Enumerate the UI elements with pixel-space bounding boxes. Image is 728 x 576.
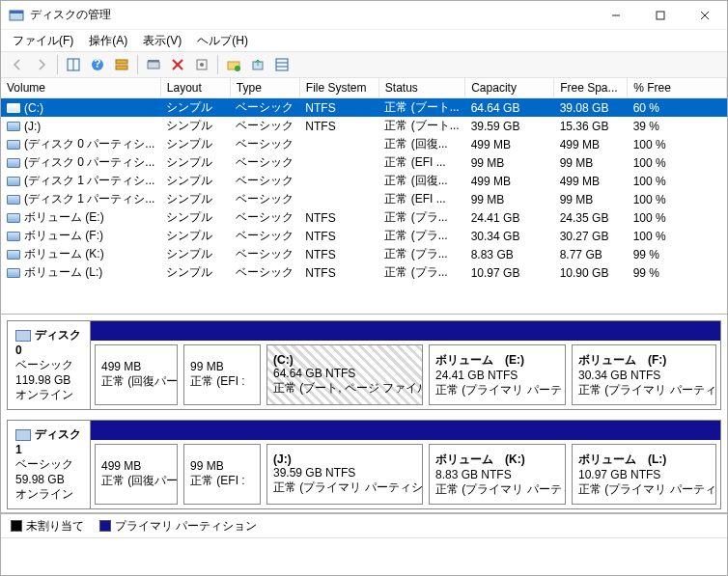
disk-row[interactable]: ディスク 1ベーシック59.98 GBオンライン499 MB正常 (回復パー99… <box>7 420 721 509</box>
volume-icon <box>7 103 20 113</box>
back-button[interactable] <box>7 54 28 75</box>
svg-text:?: ? <box>94 58 100 70</box>
svg-rect-11 <box>116 66 127 69</box>
col-capacity[interactable]: Capacity <box>465 78 554 98</box>
toolbar-separator <box>137 55 138 74</box>
volume-row[interactable]: ボリューム (F:)シンプルベーシックNTFS正常 (プラ...30.34 GB… <box>1 227 727 245</box>
col-type[interactable]: Type <box>230 78 299 98</box>
col-layout[interactable]: Layout <box>160 78 230 98</box>
col-volume[interactable]: Volume <box>1 78 160 98</box>
svg-rect-3 <box>657 12 664 19</box>
disk-icon <box>15 330 31 342</box>
minimize-button[interactable] <box>594 2 638 29</box>
volume-icon <box>7 122 20 131</box>
window-title: ディスクの管理 <box>30 7 594 23</box>
disk-row[interactable]: ディスク 0ベーシック119.98 GBオンライン499 MB正常 (回復パー9… <box>7 320 721 410</box>
partition-box[interactable]: ボリューム (K:)8.83 GB NTFS正常 (プライマリ パーティシ <box>429 444 566 505</box>
export-button[interactable] <box>247 54 268 75</box>
volume-row[interactable]: ボリューム (K:)シンプルベーシックNTFS正常 (プラ...8.83 GB8… <box>1 245 727 263</box>
close-button[interactable] <box>683 2 727 29</box>
volume-row[interactable]: (ディスク 0 パーティシ...シンプルベーシック正常 (回復...499 MB… <box>1 135 727 153</box>
volume-row[interactable]: (ディスク 1 パーティシ...シンプルベーシック正常 (EFI ...99 M… <box>1 190 727 208</box>
col-status[interactable]: Status <box>378 78 464 98</box>
legend-primary: プライマリ パーティション <box>99 518 257 535</box>
svg-point-19 <box>235 66 240 71</box>
partition-box[interactable]: 99 MB正常 (EFI : <box>183 344 261 405</box>
app-icon <box>9 8 24 23</box>
legend-bar: 未割り当て プライマリ パーティション <box>1 512 727 537</box>
menu-file[interactable]: ファイル(F) <box>7 31 79 51</box>
volume-row[interactable]: (ディスク 0 パーティシ...シンプルベーシック正常 (EFI ...99 M… <box>1 153 727 172</box>
svg-point-17 <box>200 63 204 67</box>
menu-view[interactable]: 表示(V) <box>137 31 187 51</box>
volume-icon <box>7 140 20 150</box>
partition-box[interactable]: 499 MB正常 (回復パー <box>95 444 178 505</box>
volume-icon <box>7 177 20 186</box>
disk-allocation-bar <box>91 321 720 341</box>
volume-row[interactable]: ボリューム (E:)シンプルベーシックNTFS正常 (プラ...24.41 GB… <box>1 208 727 227</box>
delete-button[interactable] <box>167 54 188 75</box>
menu-help[interactable]: ヘルプ(H) <box>191 31 254 51</box>
disk-graphical-pane[interactable]: ディスク 0ベーシック119.98 GBオンライン499 MB正常 (回復パー9… <box>1 315 727 512</box>
volume-row[interactable]: (ディスク 1 パーティシ...シンプルベーシック正常 (回復...499 MB… <box>1 172 727 190</box>
view-list-button[interactable] <box>63 54 84 75</box>
svg-rect-21 <box>276 59 288 70</box>
disk-icon <box>15 429 31 441</box>
col-freespace[interactable]: Free Spa... <box>554 78 628 98</box>
volume-icon <box>7 195 20 205</box>
help-button[interactable]: ? <box>87 54 108 75</box>
disk-header[interactable]: ディスク 0ベーシック119.98 GBオンライン <box>8 321 91 409</box>
col-filesystem[interactable]: File System <box>299 78 378 98</box>
title-bar: ディスクの管理 <box>1 1 727 30</box>
toolbar-separator <box>57 55 58 74</box>
volume-icon <box>7 213 20 223</box>
volume-icon <box>7 158 20 168</box>
disk-header[interactable]: ディスク 1ベーシック59.98 GBオンライン <box>8 421 91 508</box>
volume-icon <box>7 250 20 260</box>
list-view-button[interactable] <box>271 54 293 75</box>
col-pctfree[interactable]: % Free <box>628 78 727 98</box>
partition-box[interactable]: 99 MB正常 (EFI : <box>183 444 261 505</box>
volume-row[interactable]: (J:)シンプルベーシックNTFS正常 (ブート...39.59 GB15.36… <box>1 117 727 135</box>
svg-rect-1 <box>10 11 23 14</box>
disk-allocation-bar <box>91 421 720 440</box>
volume-list-pane[interactable]: Volume Layout Type File System Status Ca… <box>1 78 727 315</box>
status-bar <box>1 537 727 574</box>
volume-table[interactable]: Volume Layout Type File System Status Ca… <box>1 78 727 282</box>
settings-button[interactable] <box>191 54 212 75</box>
forward-button[interactable] <box>31 54 52 75</box>
new-folder-button[interactable] <box>223 54 244 75</box>
menu-action[interactable]: 操作(A) <box>83 31 133 51</box>
partition-box[interactable]: ボリューム (E:)24.41 GB NTFS正常 (プライマリ パーティション <box>429 344 566 405</box>
properties-button[interactable] <box>143 54 164 75</box>
volume-row[interactable]: ボリューム (L:)シンプルベーシックNTFS正常 (プラ...10.97 GB… <box>1 263 727 282</box>
svg-rect-10 <box>116 60 127 64</box>
volume-icon <box>7 232 20 241</box>
volume-row[interactable]: (C:)シンプルベーシックNTFS正常 (ブート...64.64 GB39.08… <box>1 98 727 118</box>
menu-bar: ファイル(F) 操作(A) 表示(V) ヘルプ(H) <box>1 30 727 51</box>
legend-unallocated: 未割り当て <box>11 518 84 535</box>
maximize-button[interactable] <box>638 2 683 29</box>
svg-rect-12 <box>148 62 159 69</box>
partition-box[interactable]: ボリューム (F:)30.34 GB NTFS正常 (プライマリ パーティション… <box>572 344 716 405</box>
volume-icon <box>7 268 20 278</box>
partition-box[interactable]: (C:)64.64 GB NTFS正常 (ブート, ページ ファイル, クラ <box>266 344 423 405</box>
view-graphical-button[interactable] <box>111 54 132 75</box>
svg-rect-13 <box>148 60 159 62</box>
partition-box[interactable]: ボリューム (L:)10.97 GB NTFS正常 (プライマリ パーティシ <box>572 444 716 505</box>
toolbar: ? <box>1 51 727 78</box>
partition-box[interactable]: 499 MB正常 (回復パー <box>95 344 178 405</box>
toolbar-separator <box>217 55 218 74</box>
partition-box[interactable]: (J:)39.59 GB NTFS正常 (プライマリ パーティション) <box>266 444 423 505</box>
